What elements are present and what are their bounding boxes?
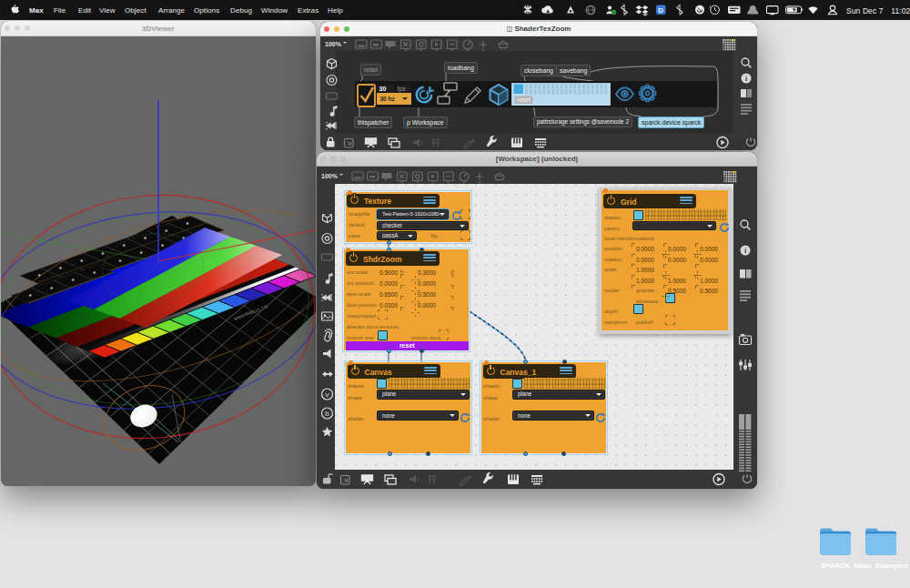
svg-text:D: D: [658, 6, 663, 15]
svg-text:b: b: [325, 410, 329, 418]
svg-text:reset: reset: [517, 96, 531, 103]
svg-text:Node_Examples: Node_Examples: [854, 562, 909, 570]
svg-text:v: v: [326, 390, 329, 399]
